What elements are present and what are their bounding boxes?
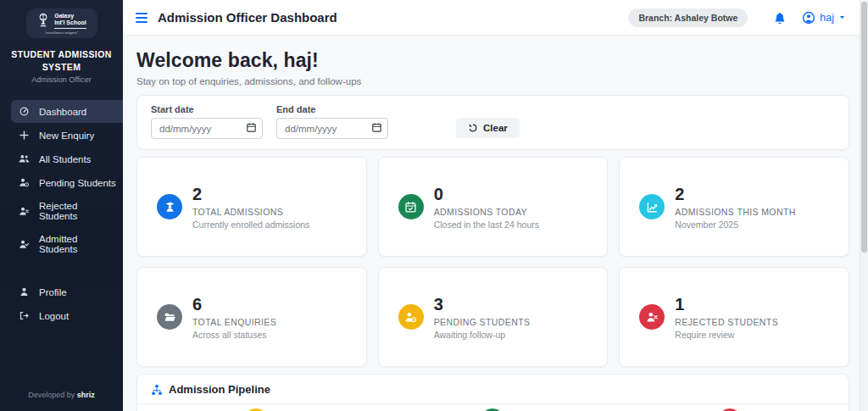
stat-value: 6 (192, 295, 276, 314)
sidebar-item-admitted-students[interactable]: Admitted Students (11, 228, 123, 260)
person-icon (19, 286, 30, 297)
undo-icon (468, 123, 478, 133)
stat-sublabel: Closed in the last 24 hours (434, 219, 539, 230)
person-x-icon (639, 304, 665, 330)
stat-label: ADMISSIONS TODAY (434, 207, 539, 217)
sidebar-item-logout[interactable]: Logout (11, 304, 123, 327)
end-date-field: End date (276, 104, 388, 139)
sidebar-item-label: Dashboard (39, 107, 86, 117)
welcome-section: Welcome back, haj! Stay on top of enquir… (136, 49, 849, 86)
stat-value: 1 (675, 295, 778, 314)
stat-card-rejected-students: 1 REJECTED STUDENTS Require review (619, 267, 849, 367)
top-bar: Admission Officer Dashboard Branch: Asha… (123, 0, 868, 36)
person-x-icon (19, 206, 30, 217)
clear-button-label: Clear (483, 123, 508, 133)
sidebar-item-label: Rejected Students (39, 201, 118, 221)
branch-badge: Branch: Ashaley Botwe (628, 8, 748, 27)
sidebar-item-rejected-students[interactable]: Rejected Students (11, 195, 123, 227)
graph-up-icon (639, 194, 665, 219)
stat-value: 2 (675, 185, 795, 204)
stat-value: 2 (192, 185, 309, 204)
sidebar-item-profile[interactable]: Profile (11, 280, 123, 303)
stat-card-admissions-this-month: 2 ADMISSIONS THIS MONTH November 2025 (619, 157, 849, 257)
stat-sublabel: Require review (675, 330, 778, 340)
stat-label: TOTAL ENQUIRIES (192, 317, 276, 327)
sidebar-item-label: Pending Students (39, 178, 116, 188)
calendar-check-icon (398, 194, 424, 219)
sidebar-item-label: New Enquiry (39, 131, 94, 141)
logout-icon (19, 310, 30, 321)
sidebar-nav: Dashboard New Enquiry All Students (0, 99, 123, 261)
start-date-input[interactable] (151, 118, 263, 139)
stat-card-admissions-today: 0 ADMISSIONS TODAY Closed in the last 24… (378, 157, 609, 257)
date-filter-bar: Start date End date (136, 95, 849, 150)
stat-card-pending-students: 3 PENDING STUDENTS Awaiting follow-up (378, 267, 609, 367)
stat-value: 3 (434, 295, 531, 314)
pipeline-icon (151, 384, 163, 396)
school-logo: Galaxy Int'l School "excellence exigent" (26, 8, 97, 38)
notifications-bell-icon[interactable] (773, 11, 787, 25)
sidebar: Galaxy Int'l School "excellence exigent"… (0, 0, 123, 411)
person-clock-icon (19, 177, 30, 188)
sidebar-toggle-icon[interactable] (136, 13, 147, 23)
dashboard-content: Welcome back, haj! Stay on top of enquir… (123, 36, 868, 411)
sidebar-item-pending-students[interactable]: Pending Students (11, 171, 123, 194)
school-logo-icon (36, 13, 50, 28)
stat-label: REJECTED STUDENTS (675, 317, 778, 327)
people-icon (19, 153, 30, 164)
sidebar-item-label: Logout (39, 311, 69, 321)
sidebar-item-label: Profile (39, 287, 67, 297)
sidebar-item-label: Admitted Students (39, 234, 118, 254)
stat-label: TOTAL ADMISSIONS (192, 207, 309, 217)
stat-label: PENDING STUDENTS (434, 317, 531, 327)
start-date-field: Start date (151, 104, 263, 139)
user-name: haj (820, 12, 834, 24)
speedometer-icon (19, 106, 30, 117)
stat-sublabel: Currently enrolled admissions (192, 219, 309, 230)
sidebar-secondary-nav: Profile Logout (0, 280, 123, 328)
end-date-input[interactable] (276, 118, 388, 139)
graduate-icon (157, 194, 182, 219)
app-window: Galaxy Int'l School "excellence exigent"… (0, 0, 868, 411)
system-title: STUDENT ADMISSION SYSTEM (10, 48, 113, 74)
stats-grid: 2 TOTAL ADMISSIONS Currently enrolled ad… (136, 157, 849, 367)
system-role: Admission Officer (0, 75, 123, 84)
chevron-down-icon (838, 14, 846, 21)
welcome-subtitle: Stay on top of enquiries, admissions, an… (136, 76, 849, 86)
main-area: Admission Officer Dashboard Branch: Asha… (123, 0, 868, 411)
plus-icon (19, 130, 30, 141)
admission-pipeline-section: Admission Pipeline (136, 374, 849, 411)
vertical-scrollbar[interactable] (860, 0, 868, 411)
school-name: Galaxy Int'l School (54, 13, 86, 29)
page-title: Admission Officer Dashboard (158, 10, 337, 25)
sidebar-item-dashboard[interactable]: Dashboard (11, 100, 123, 123)
school-tagline: "excellence exigent" (32, 31, 92, 35)
sidebar-item-all-students[interactable]: All Students (11, 147, 123, 170)
stat-label: ADMISSIONS THIS MONTH (675, 207, 795, 217)
stat-value: 0 (434, 185, 539, 204)
person-clock-icon (398, 304, 424, 330)
scrollbar-thumb[interactable] (861, 2, 867, 253)
user-menu[interactable]: haj (802, 11, 846, 25)
stat-card-total-admissions: 2 TOTAL ADMISSIONS Currently enrolled ad… (136, 157, 367, 257)
developer-name: shriz (77, 391, 95, 399)
welcome-title: Welcome back, haj! (136, 49, 849, 72)
start-date-label: Start date (151, 104, 263, 114)
user-avatar-icon (802, 11, 815, 25)
stat-sublabel: Across all statuses (192, 330, 276, 340)
stat-sublabel: November 2025 (675, 219, 795, 230)
developer-credit: Developed by shriz (0, 391, 123, 411)
folder-icon (157, 304, 182, 330)
pipeline-title: Admission Pipeline (169, 383, 270, 396)
clear-filters-button[interactable]: Clear (456, 118, 520, 138)
stat-card-total-enquiries: 6 TOTAL ENQUIRIES Across all statuses (136, 267, 367, 367)
sidebar-item-label: All Students (39, 154, 91, 164)
end-date-label: End date (276, 104, 388, 114)
sidebar-item-new-enquiry[interactable]: New Enquiry (11, 124, 123, 147)
person-check-icon (19, 239, 30, 250)
stat-sublabel: Awaiting follow-up (434, 330, 531, 340)
pipeline-stages (137, 404, 849, 411)
